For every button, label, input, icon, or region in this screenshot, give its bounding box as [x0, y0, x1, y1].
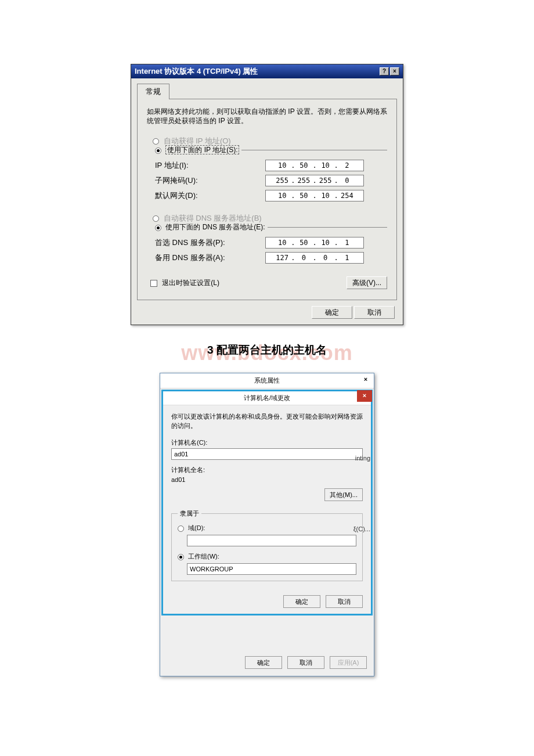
subnet-mask-label: 子网掩码(U):	[155, 175, 265, 186]
radio-manual-dns[interactable]	[155, 225, 161, 231]
cancel-button[interactable]: 取消	[326, 595, 363, 608]
radio-manual-dns-label: 使用下面的 DNS 服务器地址(E):	[165, 223, 265, 231]
radio-auto-dns-label: 自动获得 DNS 服务器地址(B)	[164, 214, 262, 222]
more-button[interactable]: 其他(M)...	[324, 488, 363, 501]
ok-button[interactable]: 确定	[283, 595, 320, 608]
radio-domain-label: 域(D):	[188, 524, 205, 531]
full-name-value: ad01	[171, 476, 363, 484]
outer-apply-button[interactable]: 应用(A)	[330, 656, 367, 669]
member-of-legend: 隶属于	[178, 509, 201, 518]
radio-workgroup[interactable]	[178, 554, 184, 560]
rename-titlebar: 计算机名/域更改 ×	[163, 391, 371, 405]
advanced-button[interactable]: 高级(V)...	[347, 276, 387, 289]
outer-cancel-button[interactable]: 取消	[287, 656, 324, 669]
description-text: 如果网络支持此功能，则可以获取自动指派的 IP 设置。否则，您需要从网络系统管理…	[147, 107, 387, 125]
background-fragment: ξ(C)...	[353, 525, 370, 532]
validate-on-exit-checkbox[interactable]	[150, 280, 157, 287]
cancel-button[interactable]: 取消	[354, 306, 395, 319]
radio-workgroup-label: 工作组(W):	[188, 553, 219, 560]
preferred-dns-input[interactable]: 10.50.10.1	[265, 237, 364, 249]
validate-on-exit-label: 退出时验证设置(L)	[162, 279, 219, 287]
sysprop-titlebar: 系统属性 ×	[160, 373, 374, 388]
system-properties-dialog: 系统属性 × 计算机名/域更改 × 你可以更改该计算机的名称和成员身份。更改可能…	[160, 373, 374, 676]
rename-title: 计算机名/域更改	[244, 394, 290, 401]
preferred-dns-label: 首选 DNS 服务器(P):	[155, 237, 265, 248]
radio-manual-ip[interactable]	[155, 147, 161, 154]
member-of-group: 隶属于 域(D): 工作组(W):	[171, 509, 363, 581]
tcpip-properties-dialog: Internet 协议版本 4 (TCP/IPv4) 属性 ? × 常规 如果网…	[131, 64, 403, 325]
radio-auto-ip[interactable]	[153, 138, 159, 145]
domain-input[interactable]	[187, 535, 356, 546]
dialog-title: Internet 协议版本 4 (TCP/IPv4) 属性	[135, 66, 258, 77]
dialog-titlebar: Internet 协议版本 4 (TCP/IPv4) 属性 ? ×	[131, 64, 403, 78]
section-heading-wrap: www.bdocx.com 3 配置两台主机的主机名	[0, 343, 534, 366]
ip-address-input[interactable]: 10.50.10.2	[265, 160, 364, 171]
help-icon[interactable]: ?	[380, 67, 389, 75]
alternate-dns-label: 备用 DNS 服务器(A):	[155, 253, 265, 263]
close-icon[interactable]: ×	[361, 376, 370, 384]
ok-button[interactable]: 确定	[312, 306, 352, 319]
tab-general[interactable]: 常规	[137, 84, 169, 99]
computer-name-input[interactable]	[171, 448, 363, 460]
section-heading: 3 配置两台主机的主机名	[0, 343, 534, 358]
ip-settings-group: 使用下面的 IP 地址(S): IP 地址(I): 10.50.10.2 子网掩…	[155, 150, 387, 207]
default-gateway-label: 默认网关(D):	[155, 190, 265, 201]
background-fragment: inting	[355, 455, 370, 462]
dns-settings-group: 使用下面的 DNS 服务器地址(E): 首选 DNS 服务器(P): 10.50…	[155, 227, 387, 269]
full-name-label: 计算机全名:	[171, 466, 363, 474]
ip-address-label: IP 地址(I):	[155, 160, 265, 171]
sysprop-title: 系统属性	[254, 377, 280, 384]
rename-description: 你可以更改该计算机的名称和成员身份。更改可能会影响对网络资源的访问。	[171, 412, 363, 430]
outer-ok-button[interactable]: 确定	[245, 656, 282, 669]
radio-domain[interactable]	[178, 525, 184, 532]
subnet-mask-input[interactable]: 255.255.255.0	[265, 175, 364, 186]
computer-name-label: 计算机名(C):	[171, 438, 363, 447]
computer-name-change-dialog: 计算机名/域更改 × 你可以更改该计算机的名称和成员身份。更改可能会影响对网络资…	[161, 390, 373, 615]
radio-auto-dns[interactable]	[153, 215, 159, 222]
default-gateway-input[interactable]: 10.50.10.254	[265, 190, 364, 201]
close-icon[interactable]: ×	[357, 390, 372, 402]
alternate-dns-input[interactable]: 127.0.0.1	[265, 252, 364, 264]
radio-manual-ip-label: 使用下面的 IP 地址(S):	[165, 145, 239, 154]
radio-auto-ip-label: 自动获得 IP 地址(O)	[164, 136, 231, 145]
workgroup-input[interactable]	[187, 563, 356, 575]
close-icon[interactable]: ×	[390, 67, 399, 75]
